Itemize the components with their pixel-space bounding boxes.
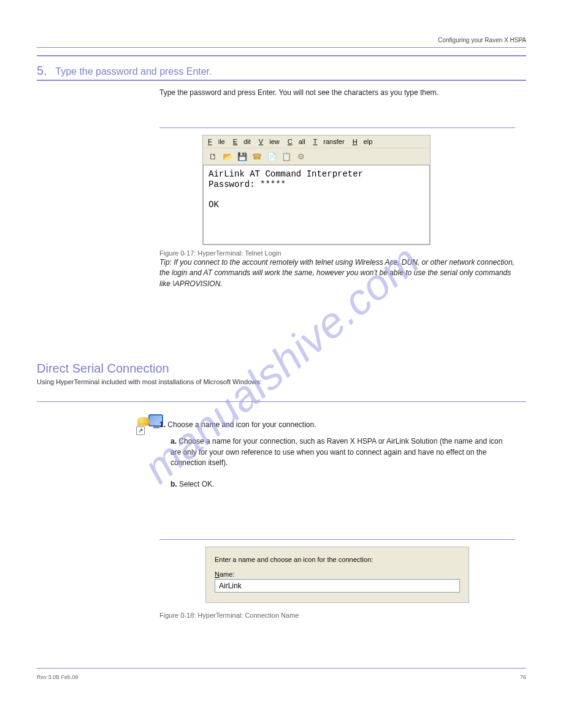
menu-help[interactable]: Help — [353, 138, 373, 145]
menu-transfer[interactable]: Transfer — [313, 138, 345, 145]
menubar[interactable]: File Edit View Call Transfer Help — [203, 135, 430, 148]
menu-file[interactable]: File — [208, 138, 225, 145]
copy-icon[interactable]: 📄 — [267, 151, 277, 161]
term-line-1: AirLink AT Command Interpreter — [209, 169, 363, 179]
term-line-2: Password: ***** — [209, 180, 286, 189]
figure-caption-1: Figure 0-17: HyperTerminal: Telnet Login — [159, 249, 515, 257]
terminal-area[interactable]: AirLink AT Command Interpreter Password:… — [203, 165, 430, 245]
figure-caption-2: Figure 0-18: HyperTerminal: Connection N… — [159, 612, 515, 619]
step-heading: 5. Type the password and press Enter. — [37, 64, 212, 78]
dialog-prompt: Enter a name and choose an icon for the … — [215, 556, 460, 563]
name-label: Name: — [215, 571, 460, 578]
footer-rev: Rev 3.0B Feb.08 — [37, 674, 79, 680]
subhead-separator — [37, 401, 526, 402]
instruction-text-1: Type the password and press Enter. You w… — [159, 88, 515, 98]
footer-separator — [37, 668, 526, 669]
hyperterminal-window: File Edit View Call Transfer Help 🗋 📂 💾 … — [202, 135, 431, 245]
subhead-title: Direct Serial Connection — [37, 362, 262, 376]
properties-icon[interactable]: ⚙ — [296, 151, 306, 161]
menu-call[interactable]: Call — [288, 138, 305, 145]
save-icon[interactable]: 💾 — [237, 151, 247, 161]
new-icon[interactable]: 🗋 — [208, 151, 218, 161]
paste-icon[interactable]: 📋 — [282, 151, 291, 161]
menu-view[interactable]: View — [259, 138, 280, 145]
connection-name-dialog: Enter a name and choose an icon for the … — [205, 547, 469, 603]
name-input[interactable] — [215, 579, 460, 593]
footer-page: 76 — [520, 674, 526, 680]
subhead-note: Using HyperTerminal included with most i… — [37, 378, 262, 385]
header-separator — [37, 55, 526, 56]
menu-edit[interactable]: Edit — [233, 138, 251, 145]
open-icon[interactable]: 📂 — [223, 151, 232, 161]
figure2-top-rule — [159, 539, 515, 540]
step-text-1: 1. Choose a name and icon for your conne… — [159, 420, 515, 490]
figure-top-rule — [159, 127, 515, 128]
page-footer: Rev 3.0B Feb.08 76 — [37, 674, 526, 680]
header-title: Configuring your Raven X HSPA — [438, 37, 526, 44]
section-separator — [37, 80, 526, 81]
page-header: Configuring your Raven X HSPA — [37, 37, 526, 48]
subhead-group: Direct Serial Connection Using HyperTerm… — [37, 362, 262, 385]
call-icon[interactable]: ☎ — [252, 151, 262, 161]
term-line-3: OK — [209, 200, 219, 210]
toolbar: 🗋 📂 💾 ☎ 📄 📋 ⚙ — [203, 148, 430, 165]
tip-text: Tip: If you connect to the account remot… — [159, 257, 515, 289]
